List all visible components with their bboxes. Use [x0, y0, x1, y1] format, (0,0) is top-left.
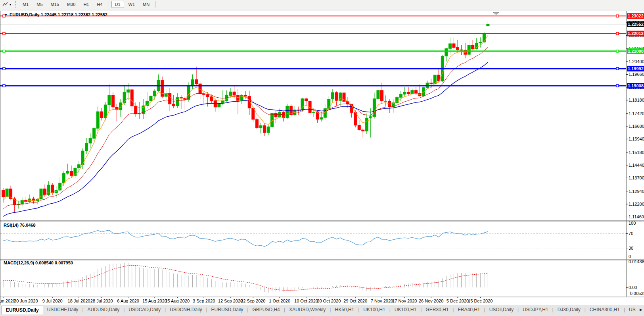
toolbar-grip-handle[interactable] [15, 1, 17, 8]
level-handle[interactable] [616, 85, 619, 87]
candle-body [433, 75, 436, 84]
chart-tab-UK100-H1[interactable]: UK100,H1 [391, 306, 420, 314]
candle-body [430, 83, 433, 84]
x-axis-date-label: 26 Nov 2020 [419, 299, 443, 303]
chart-tab-AUDUSD-Daily[interactable]: AUDUSD,Daily [84, 306, 124, 314]
candle-body [169, 93, 171, 104]
candle-body [93, 128, 96, 138]
chart-tab-CHINA300-H1[interactable]: CHINA300,H1 [586, 306, 624, 314]
candle-body [448, 44, 451, 48]
level-handle[interactable] [3, 67, 5, 70]
chart-tab-GER30-H1[interactable]: GER30,H1 [422, 306, 452, 314]
chart-background [0, 11, 644, 305]
chart-tab-USOil-Daily[interactable]: USOil,Daily [485, 306, 518, 314]
candle-body [165, 93, 167, 96]
level-handle[interactable] [616, 32, 619, 35]
candle-body [85, 143, 88, 151]
candle-body [399, 94, 402, 97]
candle-body [40, 189, 42, 199]
x-axis-date-label: 9 Jul 2020 [42, 299, 63, 303]
chart-tab-DJ30-Daily[interactable]: DJ30,Daily [554, 306, 585, 314]
level-handle[interactable] [3, 85, 5, 87]
timeframe-button-M1[interactable]: M1 [19, 1, 32, 8]
level-handle[interactable] [616, 67, 619, 70]
chart-tab-XAUUSD-Weekly[interactable]: XAUUSD,Weekly [285, 306, 330, 314]
window-menu-caret-icon[interactable]: ▼ [4, 13, 8, 17]
candle-body [252, 108, 255, 119]
candle-body [407, 92, 410, 94]
chart-tab-UK100-H1[interactable]: UK100,H1 [359, 306, 389, 314]
timeframe-button-M30[interactable]: M30 [63, 1, 79, 8]
candle-body [358, 125, 360, 130]
macd-indicator-label: MACD(12,26,9) 0.008540 0.007950 [4, 260, 73, 265]
candle-body [354, 112, 357, 125]
candle-body [62, 173, 65, 183]
chart-tab-USDJPY-H1[interactable]: USDJPY,H1 [519, 306, 552, 314]
tab-overflow-arrow[interactable]: ▶ [640, 308, 642, 312]
candle-body [127, 90, 130, 92]
toolbar-divider [109, 1, 109, 8]
current-price-badge-text: 1.22552 [628, 22, 644, 27]
x-axis-date-label: 18 Jul 2020 [68, 299, 90, 303]
chart-tab-USDCNH-Daily[interactable]: USDCNH,Daily [166, 306, 206, 314]
price-level-badge-text: 1.19008 [628, 83, 644, 88]
macd-scale-min: -0.005396 [629, 291, 644, 296]
candle-body [111, 95, 114, 107]
candle-body [104, 105, 107, 118]
x-axis-date-label: 1 Oct 2020 [269, 299, 290, 303]
indicator-tool-button[interactable]: ▾ [0, 0, 13, 8]
candle-body [134, 106, 137, 114]
timeframe-button-D1[interactable]: D1 [111, 1, 124, 8]
candle-body [483, 34, 485, 42]
price-chart-canvas[interactable]: 1.226401.219001.211601.204001.196601.189… [0, 11, 644, 305]
chart-tab-USDCHF-Daily[interactable]: USDCHF,Daily [43, 306, 82, 314]
level-handle[interactable] [3, 32, 5, 35]
level-handle[interactable] [3, 50, 5, 52]
level-handle[interactable] [616, 15, 619, 17]
candle-body [195, 80, 198, 84]
chart-tab-EURUSD-Daily[interactable]: EURUSD,Daily [207, 306, 247, 314]
y-axis-label: 1.18180 [629, 98, 644, 102]
rsi-scale-label: 0 [629, 254, 631, 259]
candle-body [206, 94, 209, 96]
candle-body [384, 101, 387, 101]
candle-body [263, 125, 266, 133]
chart-tab-GBPUSD-H4[interactable]: GBPUSD,H4 [248, 306, 284, 314]
timeframe-button-W1[interactable]: W1 [125, 1, 139, 8]
timeframe-button-M5[interactable]: M5 [33, 1, 46, 8]
chart-tab-USDCAD-Daily[interactable]: USDCAD,Daily [125, 306, 165, 314]
x-axis-date-label: 15 Aug 2020 [142, 299, 167, 303]
chart-tab-US[interactable]: US [625, 306, 640, 314]
chart-tab-EURUSD-Daily[interactable]: EURUSD,Daily [2, 306, 43, 314]
x-axis-date-label: 3 Sep 2020 [193, 299, 215, 303]
chart-tab-FRA40-H1[interactable]: FRA40,H1 [454, 306, 484, 314]
candle-body [331, 92, 334, 99]
x-axis-date-label: 22 Sep 2020 [241, 299, 265, 303]
candle-body [237, 95, 240, 100]
macd-scale-zero: 0.00 [629, 285, 637, 290]
candle-body [403, 92, 406, 94]
timeframe-button-M15[interactable]: M15 [47, 1, 63, 8]
price-level-badge-text: 1.22012 [628, 31, 644, 36]
candle-body [210, 96, 213, 100]
x-axis-date-label: 20 Oct 2020 [317, 299, 341, 303]
candle-body [176, 98, 179, 106]
candle-body [100, 112, 103, 118]
chart-title-text: EURUSD,Daily 1.22445 1.22718 1.22382 1.2… [10, 12, 107, 17]
candle-body [2, 190, 5, 197]
candle-body [362, 130, 364, 131]
timeframe-button-H4[interactable]: H4 [93, 1, 106, 8]
chevron-down-icon: ▾ [10, 3, 11, 6]
candle-body [267, 127, 270, 133]
candle-body [240, 95, 243, 101]
timeframe-button-MN[interactable]: MN [139, 1, 153, 8]
chart-window[interactable]: 1.226401.219001.211601.204001.196601.189… [0, 11, 644, 305]
trading-platform-window: ▾ M1M5M15M30H1H4D1W1MN 1.226401.219001.2… [0, 0, 644, 316]
candle-body [138, 114, 141, 114]
level-handle[interactable] [616, 50, 619, 52]
y-axis-label: 1.14440 [629, 163, 644, 168]
chart-tab-HK50-H1[interactable]: HK50,H1 [331, 306, 358, 314]
timeframe-button-H1[interactable]: H1 [80, 1, 92, 8]
toolbar-divider [155, 1, 156, 8]
x-axis-date-label: 28 Jul 2020 [90, 299, 113, 303]
